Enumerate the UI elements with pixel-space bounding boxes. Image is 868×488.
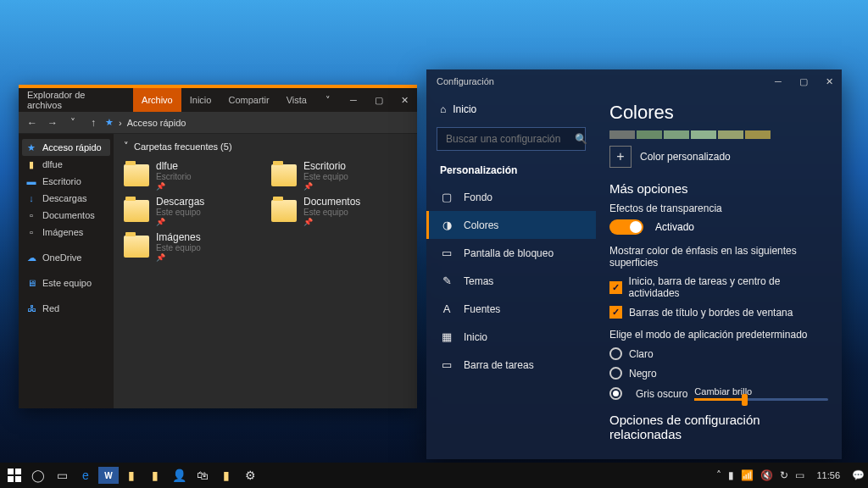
- more-options-heading: Más opciones: [609, 181, 828, 196]
- background-icon: ▢: [440, 191, 453, 203]
- colors-icon: ◑: [440, 219, 453, 231]
- desktop-icon: ▬: [25, 175, 37, 187]
- explorer-content[interactable]: ˅ Carpetas frecuentes (5) dlfueEscritori…: [114, 134, 417, 408]
- radio-claro[interactable]: Claro: [609, 347, 828, 360]
- minimize-button[interactable]: ─: [765, 69, 791, 93]
- nav-item-imagenes[interactable]: ▫Imágenes: [22, 224, 110, 241]
- custom-color-button[interactable]: + Color personalizado: [609, 146, 828, 168]
- folder-icon: [124, 200, 149, 222]
- wifi-icon[interactable]: 📶: [741, 469, 754, 481]
- toggle-state: Activado: [655, 221, 694, 233]
- nav-quick-access[interactable]: ★ Acceso rápido: [22, 139, 110, 156]
- nav-network[interactable]: 🖧Red: [22, 300, 110, 317]
- pin-icon: 📌: [156, 253, 201, 262]
- folder-descargas[interactable]: DescargasEste equipo📌: [124, 196, 259, 226]
- folder-dlfue[interactable]: dlfueEscritorio📌: [124, 160, 259, 191]
- address-bar[interactable]: ← → ˅ ↑ ★ › Acceso rápido: [19, 112, 417, 134]
- word-icon[interactable]: W: [98, 467, 119, 484]
- settings-search[interactable]: 🔍: [437, 127, 586, 151]
- tab-archivo[interactable]: Archivo: [133, 88, 181, 112]
- edge-icon[interactable]: e: [75, 464, 97, 486]
- checkbox-icon: ✓: [609, 281, 622, 294]
- nav-inicio[interactable]: ▦Inicio: [426, 323, 596, 351]
- downloads-icon: ↓: [25, 192, 37, 204]
- swatch[interactable]: [637, 130, 662, 139]
- store-icon[interactable]: 🛍: [192, 464, 214, 486]
- nav-this-pc[interactable]: 🖥Este equipo: [22, 274, 110, 291]
- nav-onedrive[interactable]: ☁OneDrive: [22, 249, 110, 266]
- transparency-toggle[interactable]: [609, 219, 643, 235]
- section-header[interactable]: ˅ Carpetas frecuentes (5): [124, 141, 407, 152]
- task-view-button[interactable]: ▭: [51, 464, 73, 486]
- tab-inicio[interactable]: Inicio: [181, 88, 220, 112]
- folder-imagenes[interactable]: ImágenesEste equipo📌: [124, 231, 259, 262]
- volume-icon[interactable]: 🔇: [760, 469, 773, 481]
- radio-negro[interactable]: Negro: [609, 367, 828, 380]
- explorer-title: Explorador de archivos: [27, 90, 118, 110]
- taskbar[interactable]: ◯ ▭ e W ▮ ▮ 👤 🛍 ▮ ⚙ ˄ ▮ 📶 🔇 ↻ ▭ 11:56 💬: [0, 463, 868, 488]
- folder-documentos[interactable]: DocumentosEste equipo📌: [271, 196, 407, 226]
- close-button[interactable]: ✕: [816, 69, 842, 93]
- chevron-up-icon[interactable]: ˄: [716, 469, 721, 481]
- folder-icon: ▮: [25, 158, 37, 170]
- nav-colores[interactable]: ◑Colores: [426, 211, 596, 239]
- nav-chevron-icon[interactable]: ˅: [64, 117, 81, 129]
- maximize-button[interactable]: ▢: [791, 69, 816, 93]
- nav-lock-screen[interactable]: ▭Pantalla de bloqueo: [426, 239, 596, 267]
- nav-taskbar[interactable]: ▭Barra de tareas: [426, 351, 596, 379]
- minimize-button[interactable]: ─: [341, 88, 366, 112]
- nav-item-escritorio[interactable]: ▬Escritorio: [22, 173, 110, 190]
- settings-icon[interactable]: ⚙: [239, 464, 261, 486]
- swatch[interactable]: [745, 130, 771, 139]
- swatch[interactable]: [609, 130, 635, 139]
- radio-gris-oscuro[interactable]: Gris oscuro Cambiar brillo: [609, 386, 828, 401]
- swatch[interactable]: [664, 130, 689, 139]
- nav-forward-icon[interactable]: →: [44, 117, 61, 129]
- nav-up-icon[interactable]: ↑: [85, 117, 102, 129]
- nav-back-icon[interactable]: ←: [24, 117, 41, 129]
- page-title: Colores: [609, 102, 828, 124]
- cloud-icon: ☁: [25, 252, 37, 263]
- ribbon-chevron-icon[interactable]: ˅: [315, 88, 341, 112]
- search-input[interactable]: [444, 132, 575, 146]
- nav-temas[interactable]: ✎Temas: [426, 267, 596, 295]
- sync-icon[interactable]: ↻: [780, 469, 788, 481]
- swatch[interactable]: [718, 130, 743, 139]
- pictures-icon: ▫: [25, 226, 37, 238]
- checkbox-title-bars[interactable]: ✓Barras de título y bordes de ventana: [609, 306, 828, 319]
- settings-titlebar[interactable]: Configuración ─ ▢ ✕: [426, 69, 842, 93]
- maximize-button[interactable]: ▢: [366, 88, 392, 112]
- folder-escritorio[interactable]: EscritorioEste equipo📌: [271, 160, 407, 191]
- checkbox-start-taskbar[interactable]: ✓Inicio, barra de tareas y centro de act…: [609, 275, 828, 299]
- nav-item-descargas[interactable]: ↓Descargas: [22, 190, 110, 207]
- keyboard-icon[interactable]: ▭: [795, 469, 804, 481]
- close-button[interactable]: ✕: [392, 88, 417, 112]
- nav-fuentes[interactable]: AFuentes: [426, 295, 596, 323]
- plus-icon: +: [609, 146, 632, 168]
- people-icon[interactable]: 👤: [168, 464, 190, 486]
- tab-compartir[interactable]: Compartir: [220, 88, 277, 112]
- settings-main[interactable]: Colores + Color personalizado Más opcion…: [596, 93, 842, 459]
- nav-fondo[interactable]: ▢Fondo: [426, 183, 596, 211]
- pin-icon: 📌: [303, 182, 348, 191]
- tab-vista[interactable]: Vista: [278, 88, 315, 112]
- action-center-icon[interactable]: 💬: [852, 469, 865, 481]
- battery-icon[interactable]: ▮: [728, 469, 734, 481]
- brightness-label: Cambiar brillo: [694, 386, 828, 396]
- start-button[interactable]: [3, 464, 25, 486]
- swatch[interactable]: [691, 130, 716, 139]
- explorer-icon[interactable]: ▮: [144, 464, 166, 486]
- nav-item-dlfue[interactable]: ▮dlfue: [22, 156, 110, 173]
- search-button[interactable]: ◯: [27, 464, 49, 486]
- settings-home[interactable]: ⌂ Inicio: [426, 98, 596, 120]
- explorer-titlebar[interactable]: Explorador de archivos Archivo Inicio Co…: [19, 88, 417, 112]
- svg-rect-2: [8, 476, 14, 482]
- slider-knob[interactable]: [742, 394, 748, 406]
- svg-rect-3: [15, 476, 21, 482]
- breadcrumb[interactable]: Acceso rápido: [127, 118, 186, 128]
- nav-item-documentos[interactable]: ▫Documentos: [22, 207, 110, 224]
- explorer-icon[interactable]: ▮: [215, 464, 237, 486]
- brightness-slider[interactable]: [694, 398, 828, 401]
- explorer-icon[interactable]: ▮: [120, 464, 142, 486]
- clock[interactable]: 11:56: [811, 470, 845, 480]
